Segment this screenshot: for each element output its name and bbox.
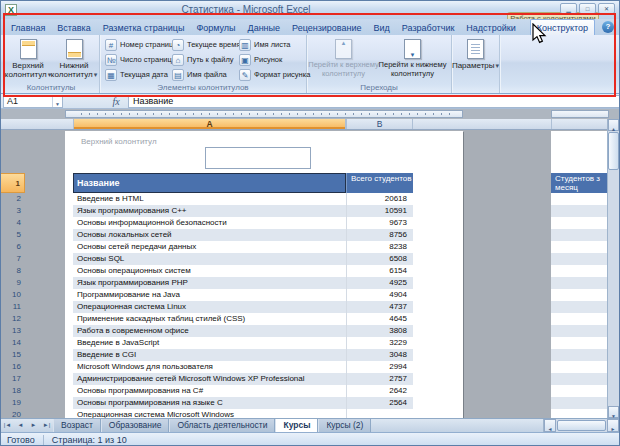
element-button[interactable]: ▤ Имя файла	[171, 67, 238, 82]
course-name-cell[interactable]: Основы сетей передачи данных	[73, 241, 346, 253]
row-header[interactable]: 2	[1, 193, 25, 205]
row-header[interactable]: 1	[1, 173, 25, 193]
help-icon[interactable]: ?	[602, 21, 614, 33]
ribbon-tab[interactable]: Главная	[5, 20, 51, 35]
element-button[interactable]: ▦ Текущая дата	[104, 67, 171, 82]
students-count-cell[interactable]: 10591	[346, 205, 413, 217]
maximize-icon[interactable]: □	[579, 3, 596, 14]
close-icon[interactable]: ✕	[598, 3, 615, 14]
go-to-header-button[interactable]: Перейти к верхнему колонтитулу	[309, 37, 378, 78]
element-button[interactable]: ✎ Формат рисунка	[238, 67, 305, 82]
scroll-up-icon[interactable]	[608, 119, 619, 131]
ribbon-tab[interactable]: Вид	[368, 20, 396, 35]
sheet-tab[interactable]: Возраст	[53, 419, 101, 432]
students-count-cell[interactable]: 4737	[346, 301, 413, 313]
students-count-cell[interactable]: 4645	[346, 313, 413, 325]
scroll-left-icon[interactable]	[544, 419, 556, 432]
students-count-cell[interactable]: 6154	[346, 265, 413, 277]
course-name-cell[interactable]: Основы программирования на C#	[73, 385, 346, 397]
header-center-box[interactable]	[205, 147, 311, 169]
row-header[interactable]: 16	[1, 361, 25, 373]
side-table-rows[interactable]	[551, 193, 609, 418]
ribbon-tab[interactable]: Разработчик	[396, 20, 460, 35]
horizontal-scrollbar[interactable]	[543, 419, 619, 432]
row-header[interactable]: 18	[1, 385, 25, 397]
sheet-tab[interactable]: Образование	[101, 419, 170, 432]
course-name-cell[interactable]: Основы программирования на языке C	[73, 397, 346, 409]
minimize-icon[interactable]: ▁	[560, 3, 577, 14]
course-name-cell[interactable]: Программирование на Java	[73, 289, 346, 301]
sheet-nav-icon[interactable]: ◄	[14, 419, 27, 432]
insert-function-icon[interactable]: fx	[107, 96, 125, 107]
column-header-a[interactable]: A	[73, 119, 346, 129]
ribbon-tab[interactable]: Надстройки	[460, 20, 521, 35]
course-name-cell[interactable]: Операционная система Microsoft Windows	[73, 409, 346, 418]
element-button[interactable]: ⌂ Путь к файлу	[171, 52, 238, 67]
scroll-down-icon[interactable]	[608, 406, 619, 418]
course-name-cell[interactable]: Основы операционных систем	[73, 265, 346, 277]
course-name-cell[interactable]: Основы локальных сетей	[73, 229, 346, 241]
row-header[interactable]: 19	[1, 397, 25, 409]
options-button[interactable]: Параметры	[454, 37, 498, 70]
students-count-cell[interactable]: 9673	[346, 217, 413, 229]
ribbon-tab[interactable]: Данные	[242, 20, 287, 35]
course-name-cell[interactable]: Язык программирования С++	[73, 205, 346, 217]
students-count-cell[interactable]: 3048	[346, 349, 413, 361]
course-name-cell[interactable]: Язык программирования PHP	[73, 277, 346, 289]
sheet-nav-icon[interactable]: |◄	[1, 419, 14, 432]
students-count-cell[interactable]: 2564	[346, 397, 413, 409]
vertical-scroll-thumb[interactable]	[608, 132, 619, 170]
sheet-nav-icon[interactable]: ►|	[40, 419, 53, 432]
row-header[interactable]: 5	[1, 229, 25, 241]
column-header-b[interactable]: B	[346, 119, 413, 129]
students-count-cell[interactable]: 4904	[346, 289, 413, 301]
go-to-footer-button[interactable]: Перейти к нижнему колонтитулу	[378, 37, 447, 78]
row-header[interactable]: 14	[1, 337, 25, 349]
ribbon-tab[interactable]: Конструктор	[530, 19, 595, 35]
ribbon-tab[interactable]: Разметка страницы	[97, 20, 191, 35]
course-name-cell[interactable]: Операционная система Linux	[73, 301, 346, 313]
row-header[interactable]: 7	[1, 253, 25, 265]
course-name-cell[interactable]: Microsoft Windows для пользователя	[73, 361, 346, 373]
students-count-cell[interactable]: 8756	[346, 229, 413, 241]
formula-input[interactable]: Название	[128, 95, 619, 108]
name-box-dropdown-icon[interactable]	[52, 96, 62, 107]
course-name-cell[interactable]: Администрирование сетей Microsoft Window…	[73, 373, 346, 385]
row-header[interactable]: 13	[1, 325, 25, 337]
students-count-cell[interactable]: 2994	[346, 361, 413, 373]
students-count-cell[interactable]: 20618	[346, 193, 413, 205]
side-table-header[interactable]: Студентов з месяц	[551, 173, 609, 193]
horizontal-scroll-thumb[interactable]	[557, 420, 606, 431]
sheet-tab[interactable]: Область деятельности	[169, 419, 275, 432]
students-count-cell[interactable]: 2757	[346, 373, 413, 385]
course-name-cell[interactable]: Введение в CGI	[73, 349, 346, 361]
ribbon-tab[interactable]: Формулы	[190, 20, 241, 35]
row-header[interactable]: 12	[1, 313, 25, 325]
name-box[interactable]: A1	[3, 95, 63, 108]
course-name-cell[interactable]: Введение в HTML	[73, 193, 346, 205]
sheet-tab[interactable]: Курсы	[275, 419, 318, 432]
element-button[interactable]: # Номер страницы	[104, 37, 171, 52]
ribbon-tab[interactable]: Вставка	[51, 20, 96, 35]
ribbon-tab[interactable]: Рецензирование	[286, 20, 368, 35]
students-count-cell[interactable]: 8238	[346, 241, 413, 253]
row-header[interactable]: 3	[1, 205, 25, 217]
element-button[interactable]: ◔ Текущее время	[171, 37, 238, 52]
students-count-cell[interactable]: 4925	[346, 277, 413, 289]
scroll-right-icon[interactable]	[607, 419, 619, 432]
students-count-cell[interactable]: 6508	[346, 253, 413, 265]
sheet-tab[interactable]: Курсы (2)	[318, 419, 371, 432]
row-header[interactable]: 17	[1, 373, 25, 385]
footer-button[interactable]: Нижний колонтитул	[51, 37, 97, 84]
sheet-nav-icon[interactable]: ►	[27, 419, 40, 432]
row-header[interactable]: 6	[1, 241, 25, 253]
cell-a1-selected[interactable]: Название	[73, 173, 346, 193]
row-header[interactable]: 9	[1, 277, 25, 289]
element-button[interactable]: ▥ Имя листа	[238, 37, 305, 52]
element-button[interactable]: ▣ Рисунок	[238, 52, 305, 67]
course-name-cell[interactable]: Введение в JavaScript	[73, 337, 346, 349]
course-name-cell[interactable]: Работа в современном офисе	[73, 325, 346, 337]
element-button[interactable]: № Число страниц	[104, 52, 171, 67]
column-header-page2[interactable]	[551, 119, 609, 129]
row-header[interactable]: 15	[1, 349, 25, 361]
